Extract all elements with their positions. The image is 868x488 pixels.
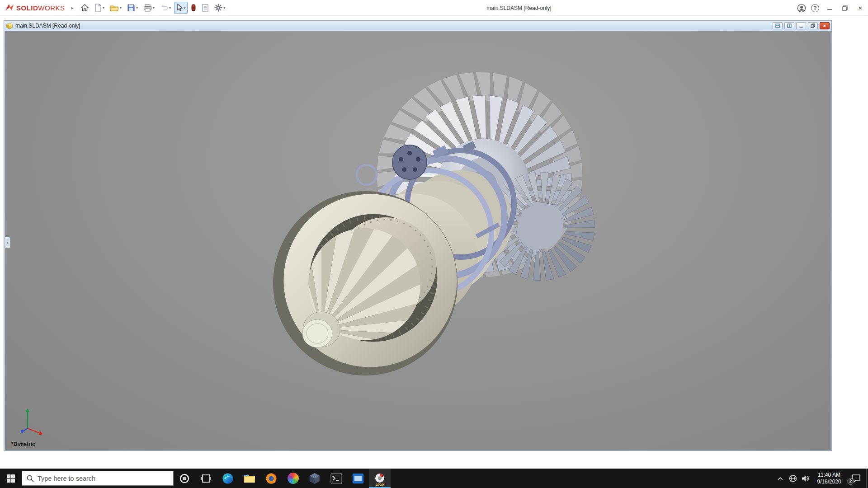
- app-titlebar: SOLIDWORKS ▸ ▾ ▾: [0, 0, 868, 16]
- select-button[interactable]: ▾: [174, 2, 188, 14]
- open-folder-icon: [110, 4, 119, 12]
- action-center-button[interactable]: 2: [846, 469, 866, 488]
- home-button[interactable]: [78, 2, 91, 14]
- taskbar-clock[interactable]: 11:40 AM 9/16/2020: [812, 472, 846, 485]
- start-button[interactable]: [0, 469, 22, 488]
- dropdown-caret-icon[interactable]: ▾: [169, 6, 171, 10]
- print-icon: [143, 4, 152, 12]
- user-account-icon: [797, 4, 806, 13]
- dropdown-caret-icon[interactable]: ▾: [184, 6, 185, 10]
- home-icon: [80, 4, 89, 12]
- dropdown-caret-icon[interactable]: ▾: [153, 6, 155, 10]
- user-account-button[interactable]: [795, 1, 808, 15]
- undo-button[interactable]: ▾: [158, 2, 173, 13]
- cortana-icon: [179, 473, 190, 484]
- document-title: main.SLDASM [Read-only]: [15, 23, 80, 29]
- dropdown-caret-icon[interactable]: ▾: [136, 6, 138, 10]
- task-view-icon: [201, 473, 212, 484]
- blue-app-button[interactable]: [347, 469, 369, 488]
- doc-minimize-button[interactable]: [796, 22, 806, 29]
- dropdown-caret-icon[interactable]: ▾: [120, 6, 122, 10]
- assembly-file-icon: [6, 23, 13, 29]
- split-window-icon: [787, 23, 792, 28]
- solidworks-logo-text: SOLIDWORKS: [16, 4, 65, 12]
- file-explorer-button[interactable]: [239, 469, 260, 488]
- y-axis-arrow: [26, 408, 29, 412]
- doc-split-button[interactable]: [784, 22, 794, 29]
- solidworks-logo: SOLIDWORKS: [5, 3, 65, 12]
- solidworks-year-label: 2020: [376, 483, 384, 487]
- minimize-icon: [799, 23, 803, 28]
- minimize-icon: [827, 5, 832, 11]
- edge-button[interactable]: [217, 469, 239, 488]
- undo-icon: [160, 4, 168, 11]
- menu-expand-arrow[interactable]: ▸: [71, 5, 74, 11]
- options-gear-icon: [214, 4, 222, 12]
- terminal-button[interactable]: [326, 469, 347, 488]
- save-button[interactable]: ▾: [125, 2, 140, 14]
- cube-app-icon: [309, 473, 320, 484]
- doc-restore-button[interactable]: [808, 22, 818, 29]
- orientation-triad[interactable]: [14, 405, 50, 437]
- document-titlebar[interactable]: main.SLDASM [Read-only] ×: [4, 21, 831, 31]
- new-document-button[interactable]: ▾: [92, 2, 107, 14]
- feature-manager-collapsed-tab[interactable]: ‹: [5, 237, 10, 249]
- system-tray: 11:40 AM 9/16/2020 2: [774, 469, 868, 488]
- task-view-button[interactable]: [195, 469, 217, 488]
- cortana-button[interactable]: [174, 469, 195, 488]
- speaker-icon: [802, 475, 810, 482]
- clock-time: 11:40 AM: [812, 472, 846, 479]
- jet-engine-model: [5, 31, 831, 451]
- close-icon: ×: [823, 23, 826, 28]
- colorful-ball-button[interactable]: [282, 469, 304, 488]
- quick-access-toolbar: ▾ ▾ ▾ ▾: [78, 2, 227, 14]
- notification-badge: 2: [847, 478, 854, 485]
- chevron-up-icon: [778, 477, 783, 480]
- blue-app-icon: [352, 473, 364, 484]
- restore-icon: [811, 23, 815, 28]
- apps-icon: [191, 4, 196, 11]
- edge-icon: [222, 473, 234, 484]
- search-input[interactable]: [38, 475, 155, 482]
- lifting-ring: [357, 165, 377, 185]
- app-window-title: main.SLDASM [Read-only]: [486, 0, 551, 16]
- network-globe-icon: [789, 474, 797, 483]
- apps-button[interactable]: [189, 2, 198, 13]
- save-icon: [127, 4, 135, 12]
- close-button[interactable]: ×: [853, 0, 868, 16]
- dropdown-caret-icon[interactable]: ▾: [223, 6, 225, 10]
- volume-button[interactable]: [799, 469, 812, 488]
- close-icon: ×: [859, 4, 863, 12]
- open-button[interactable]: ▾: [108, 2, 124, 14]
- minimize-button[interactable]: [822, 0, 837, 16]
- dropdown-caret-icon[interactable]: ▾: [103, 6, 104, 10]
- view-orientation-label: *Dimetric: [11, 441, 35, 447]
- turbine-hub: [518, 204, 563, 249]
- doc-close-button[interactable]: ×: [820, 22, 830, 29]
- windows-taskbar: 2020 11:40 AM 9/16/2020: [0, 469, 868, 488]
- tile-window-icon: [775, 23, 780, 28]
- titlebar-right-controls: ? ×: [795, 0, 868, 16]
- new-document-icon: [94, 4, 102, 12]
- help-icon: ?: [811, 4, 819, 12]
- show-desktop-button[interactable]: [866, 469, 868, 488]
- options-button[interactable]: ▾: [212, 2, 227, 14]
- document-window-controls: ×: [773, 22, 830, 29]
- print-button[interactable]: ▾: [141, 2, 157, 14]
- graphics-viewport[interactable]: *Dimetric ‹: [5, 31, 831, 450]
- help-button[interactable]: ?: [808, 1, 822, 15]
- taskbar-search[interactable]: [22, 471, 174, 486]
- network-button[interactable]: [787, 469, 799, 488]
- solidworks-taskbar-button[interactable]: 2020: [369, 469, 391, 488]
- maximize-button[interactable]: [837, 0, 853, 16]
- report-button[interactable]: [199, 2, 211, 14]
- clock-date: 9/16/2020: [812, 479, 846, 485]
- doc-tile-button[interactable]: [773, 22, 783, 29]
- z-axis-dot: [21, 430, 24, 433]
- maximize-icon: [842, 5, 848, 11]
- cube-app-button[interactable]: [304, 469, 326, 488]
- report-sheet-icon: [202, 4, 209, 12]
- terminal-icon: [330, 473, 342, 484]
- tray-overflow-button[interactable]: [774, 469, 787, 488]
- firefox-button[interactable]: [260, 469, 282, 488]
